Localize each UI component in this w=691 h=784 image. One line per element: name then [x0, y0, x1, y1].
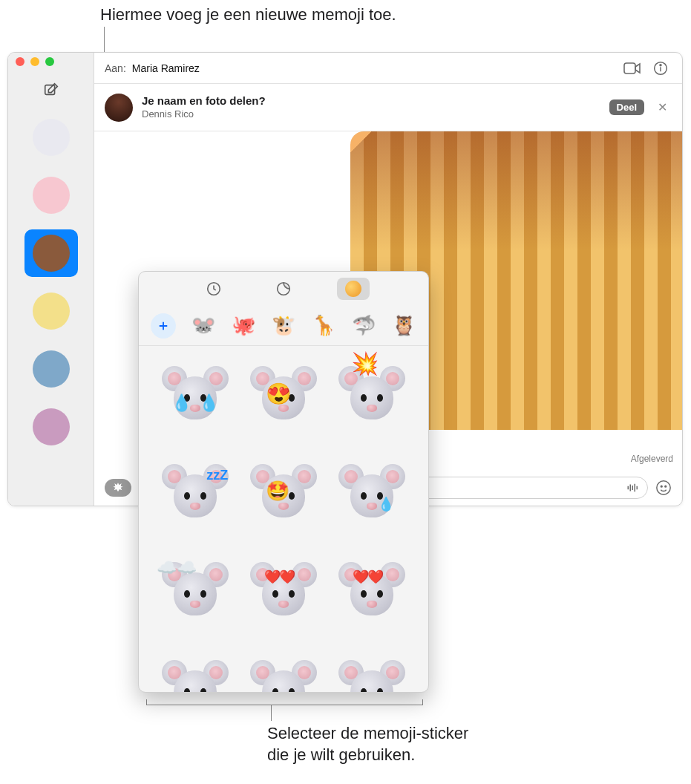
conversation-item[interactable]: [24, 403, 78, 451]
mouse-icon: [338, 366, 405, 424]
memoji-character-owl[interactable]: 🦉: [389, 311, 419, 341]
mouse-icon: [162, 562, 229, 620]
sticker-mouse-blowing-kiss[interactable]: ❤️❤️: [248, 555, 319, 627]
facetime-button[interactable]: [621, 59, 643, 77]
plus-icon: [157, 319, 170, 333]
window-zoom-button[interactable]: [45, 57, 54, 66]
popover-tab-recents[interactable]: [197, 278, 230, 300]
video-icon: [623, 62, 641, 75]
mouse-icon: [250, 366, 317, 424]
memoji-sticker-popover: 🐭🐙🐮🦒🦈🦉 💧💧😍💥zzZ🤩💧☁️☁️❤️❤️❤️❤️💧: [138, 271, 429, 693]
info-icon: [653, 61, 668, 76]
details-button[interactable]: [649, 59, 672, 77]
sticker-scroll-area[interactable]: 💧💧😍💥zzZ🤩💧☁️☁️❤️❤️❤️❤️💧: [139, 346, 428, 692]
callout-leader: [146, 699, 147, 705]
sticker-mouse-cold-sweat[interactable]: 💧: [336, 653, 407, 692]
memoji-character-shark[interactable]: 🦈: [349, 311, 379, 341]
conversation-sidebar: [8, 53, 94, 506]
avatar: [33, 235, 70, 272]
banner-avatar: [105, 94, 133, 122]
waveform-icon: [626, 483, 640, 493]
svg-point-4: [660, 64, 661, 65]
mouse-icon: [162, 366, 229, 424]
add-memoji-button[interactable]: [148, 311, 178, 341]
to-label: Aan:: [105, 62, 126, 74]
svg-point-10: [657, 481, 670, 494]
compose-new-message-button[interactable]: [39, 79, 64, 100]
sticker-mouse-heart-eyes[interactable]: 😍: [248, 359, 319, 431]
apps-button[interactable]: [105, 479, 131, 497]
close-icon: ✕: [658, 101, 667, 114]
callout-leader: [146, 705, 423, 705]
compose-icon: [43, 82, 59, 98]
window-traffic-lights: [8, 57, 54, 66]
mouse-icon: [162, 464, 229, 522]
memoji-character-giraffe[interactable]: 🦒: [309, 311, 338, 341]
conversation-list: [24, 114, 78, 451]
delivery-status: Afgeleverd: [631, 454, 673, 464]
popover-tabs: [139, 272, 428, 306]
sticker-mouse-sleeping[interactable]: zzZ: [160, 457, 231, 529]
mouse-icon: [162, 660, 229, 692]
popover-tab-memoji[interactable]: [337, 278, 370, 300]
emoji-picker-button[interactable]: [655, 480, 672, 496]
sticker-mouse-in-clouds[interactable]: ☁️☁️: [160, 555, 231, 627]
memoji-icon: [345, 281, 361, 297]
mouse-icon: [338, 660, 405, 692]
sticker-mouse-pleading[interactable]: [160, 653, 231, 692]
avatar: [33, 293, 70, 330]
banner-subtitle: Dennis Rico: [142, 108, 266, 120]
callout-add-memoji: Hiermee voeg je een nieuwe memoji toe.: [100, 4, 396, 26]
giraffe-icon: 🦒: [312, 314, 335, 338]
memoji-character-mouse[interactable]: 🐭: [189, 311, 218, 341]
share-name-photo-banner: Je naam en foto delen? Dennis Rico Deel …: [94, 84, 682, 131]
sticker-mouse-mind-blown[interactable]: 💥: [336, 359, 407, 431]
octopus-icon: 🐙: [232, 314, 255, 338]
memoji-character-octopus[interactable]: 🐙: [229, 311, 258, 341]
mouse-icon: [250, 464, 317, 522]
popover-tab-stickers[interactable]: [267, 278, 300, 300]
conversation-item[interactable]: [24, 172, 78, 219]
mouse-icon: [338, 464, 405, 522]
svg-rect-1: [624, 63, 635, 74]
conversation-item[interactable]: [24, 229, 78, 277]
sticker-mouse-angry[interactable]: [248, 653, 319, 692]
conversation-item[interactable]: [24, 287, 78, 335]
window-minimize-button[interactable]: [30, 57, 39, 66]
svg-point-12: [665, 486, 667, 487]
conversation-item[interactable]: [24, 114, 78, 161]
mouse-icon: 🐭: [191, 314, 215, 338]
voice-memo-button[interactable]: [625, 480, 641, 496]
callout-leader: [271, 705, 272, 721]
conversation-header: Aan: Maria Ramirez: [94, 53, 682, 84]
banner-title: Je naam en foto delen?: [142, 94, 266, 108]
mouse-icon: [250, 660, 317, 692]
avatar: [33, 119, 70, 156]
sticker-icon: [275, 281, 292, 297]
smiley-icon: [655, 480, 672, 496]
sticker-mouse-single-tear[interactable]: 💧: [336, 457, 407, 529]
sticker-mouse-loving-cheeks[interactable]: ❤️❤️: [336, 555, 407, 627]
avatar: [33, 408, 70, 445]
svg-point-11: [661, 486, 662, 487]
callout-leader: [422, 699, 423, 705]
share-button[interactable]: Deel: [609, 99, 644, 115]
callout-select-sticker: Selecteer de memoji-sticker die je wilt …: [267, 723, 468, 765]
recipient-name[interactable]: Maria Ramirez: [132, 62, 200, 74]
memoji-character-cow[interactable]: 🐮: [269, 311, 298, 341]
cow-icon: 🐮: [272, 314, 295, 338]
avatar: [33, 177, 70, 214]
sticker-mouse-starstruck[interactable]: 🤩: [248, 457, 319, 529]
avatar: [33, 350, 70, 388]
owl-icon: 🦉: [392, 314, 416, 338]
mouse-icon: [338, 562, 405, 620]
appstore-icon: [112, 482, 124, 494]
mouse-icon: [250, 562, 317, 620]
conversation-item[interactable]: [24, 345, 78, 393]
sticker-mouse-joy-tears[interactable]: 💧💧: [160, 359, 231, 431]
clock-icon: [206, 281, 222, 297]
shark-icon: 🦈: [352, 314, 376, 338]
memoji-character-row: 🐭🐙🐮🦒🦈🦉: [139, 306, 428, 346]
banner-dismiss-button[interactable]: ✕: [653, 97, 672, 117]
window-close-button[interactable]: [16, 57, 24, 66]
